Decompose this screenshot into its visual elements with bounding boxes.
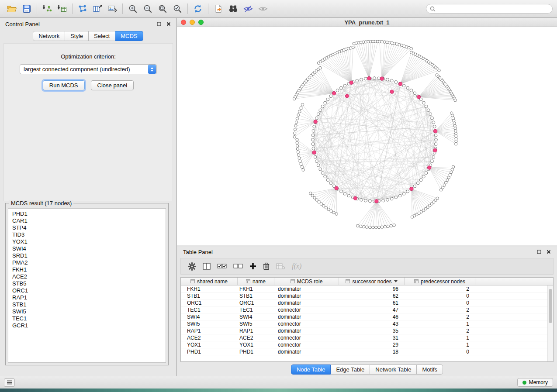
network-node[interactable] bbox=[449, 174, 451, 176]
mcds-result-item[interactable]: STB5 bbox=[12, 280, 162, 287]
network-node[interactable] bbox=[439, 189, 442, 191]
network-node[interactable] bbox=[452, 165, 454, 168]
mcds-result-item[interactable]: RAP1 bbox=[12, 294, 162, 301]
table-scrollbar-thumb[interactable] bbox=[549, 289, 552, 323]
network-node[interactable] bbox=[330, 210, 332, 212]
network-dominator-node[interactable] bbox=[390, 90, 394, 93]
network-node[interactable] bbox=[438, 69, 440, 72]
network-canvas[interactable] bbox=[177, 27, 557, 245]
network-node[interactable] bbox=[325, 206, 327, 209]
network-node[interactable] bbox=[386, 78, 389, 81]
network-node[interactable] bbox=[347, 194, 350, 197]
network-node[interactable] bbox=[398, 194, 401, 197]
hide-selected-button[interactable] bbox=[241, 2, 256, 15]
mcds-result-item[interactable]: STB1 bbox=[12, 301, 162, 308]
export-table-button[interactable] bbox=[90, 2, 105, 15]
network-node[interactable] bbox=[431, 160, 434, 163]
network-dominator-node[interactable] bbox=[398, 82, 402, 86]
show-columns-button[interactable] bbox=[203, 263, 211, 270]
zoom-fit-button[interactable] bbox=[155, 2, 170, 15]
minimize-window-icon[interactable] bbox=[190, 20, 195, 25]
network-node[interactable] bbox=[447, 176, 450, 179]
mcds-result-item[interactable]: CAR1 bbox=[12, 217, 162, 224]
network-node[interactable] bbox=[296, 144, 298, 147]
mcds-result-item[interactable]: GCR1 bbox=[12, 322, 162, 329]
network-node[interactable] bbox=[329, 95, 332, 98]
export-network-button[interactable] bbox=[75, 2, 90, 15]
network-node[interactable] bbox=[410, 89, 413, 92]
network-node[interactable] bbox=[387, 225, 389, 227]
network-node[interactable] bbox=[297, 113, 300, 116]
network-node[interactable] bbox=[294, 128, 296, 131]
table-row[interactable]: YOX1YOX1connector291 bbox=[181, 341, 553, 348]
network-dominator-node[interactable] bbox=[375, 199, 378, 203]
column-header-name[interactable]: name bbox=[238, 278, 274, 285]
network-node[interactable] bbox=[377, 226, 380, 229]
mcds-result-item[interactable]: SRD1 bbox=[12, 252, 162, 259]
network-dominator-node[interactable] bbox=[345, 94, 349, 98]
network-node[interactable] bbox=[390, 79, 393, 82]
network-dominator-node[interactable] bbox=[312, 151, 316, 154]
network-node[interactable] bbox=[317, 113, 320, 116]
network-node[interactable] bbox=[359, 225, 362, 227]
network-node[interactable] bbox=[446, 179, 449, 181]
tab-network-table[interactable]: Network Table bbox=[370, 364, 417, 375]
network-node[interactable] bbox=[419, 179, 422, 182]
table-row[interactable]: ORC1ORC1dominator610 bbox=[181, 299, 553, 306]
network-node[interactable] bbox=[343, 192, 346, 195]
network-node[interactable] bbox=[369, 199, 372, 203]
network-node[interactable] bbox=[295, 121, 298, 124]
network-node[interactable] bbox=[393, 224, 395, 227]
network-node[interactable] bbox=[339, 190, 343, 193]
network-node[interactable] bbox=[431, 117, 434, 120]
network-dominator-node[interactable] bbox=[427, 166, 431, 169]
column-header-mcds-role[interactable]: MCDS role bbox=[274, 278, 339, 285]
network-node[interactable] bbox=[443, 184, 446, 186]
table-row[interactable]: ACE2ACE2connector311 bbox=[181, 334, 553, 341]
network-node[interactable] bbox=[315, 160, 318, 163]
network-node[interactable] bbox=[324, 175, 327, 178]
mcds-result-item[interactable]: ORC1 bbox=[12, 287, 162, 294]
network-node[interactable] bbox=[298, 110, 301, 113]
network-node[interactable] bbox=[317, 164, 320, 167]
memory-button[interactable]: Memory bbox=[517, 378, 553, 387]
network-dominator-node[interactable] bbox=[349, 81, 353, 84]
network-node[interactable] bbox=[319, 66, 322, 69]
tab-network[interactable]: Network bbox=[33, 31, 65, 41]
network-node[interactable] bbox=[356, 79, 359, 82]
network-node[interactable] bbox=[450, 171, 453, 173]
network-node[interactable] bbox=[425, 172, 428, 175]
network-dominator-node[interactable] bbox=[335, 186, 338, 190]
run-mcds-button[interactable]: Run MCDS bbox=[43, 80, 85, 90]
find-button[interactable] bbox=[226, 2, 241, 15]
network-dominator-node[interactable] bbox=[314, 120, 317, 124]
network-node[interactable] bbox=[413, 185, 416, 188]
network-node[interactable] bbox=[296, 138, 298, 141]
import-table-button[interactable] bbox=[55, 2, 69, 15]
tab-edge-table[interactable]: Edge Table bbox=[331, 364, 370, 375]
network-node[interactable] bbox=[332, 211, 335, 214]
mcds-result-item[interactable]: TEC1 bbox=[12, 315, 162, 322]
network-node[interactable] bbox=[326, 98, 329, 101]
network-node[interactable] bbox=[381, 226, 383, 228]
network-node[interactable] bbox=[298, 157, 301, 159]
task-history-button[interactable] bbox=[4, 378, 15, 387]
network-node[interactable] bbox=[454, 99, 457, 102]
network-canvas-svg[interactable] bbox=[177, 27, 557, 245]
network-node[interactable] bbox=[413, 92, 416, 95]
network-node[interactable] bbox=[427, 109, 430, 112]
close-panel-button[interactable]: Close panel bbox=[91, 80, 134, 90]
network-dominator-node[interactable] bbox=[353, 196, 357, 200]
tab-node-table[interactable]: Node Table bbox=[291, 364, 331, 375]
float-panel-icon[interactable] bbox=[157, 22, 161, 26]
column-header-shared-name[interactable]: shared name bbox=[181, 278, 238, 285]
network-node[interactable] bbox=[425, 105, 428, 108]
table-row[interactable]: FKH1FKH1dominator962 bbox=[181, 285, 553, 292]
network-node[interactable] bbox=[384, 225, 386, 228]
network-dominator-node[interactable] bbox=[410, 187, 413, 190]
select-all-button[interactable] bbox=[217, 263, 227, 269]
save-session-button[interactable] bbox=[19, 2, 34, 15]
network-node[interactable] bbox=[402, 192, 405, 195]
network-dominator-node[interactable] bbox=[380, 77, 384, 80]
mcds-result-item[interactable]: FKH1 bbox=[12, 266, 162, 273]
